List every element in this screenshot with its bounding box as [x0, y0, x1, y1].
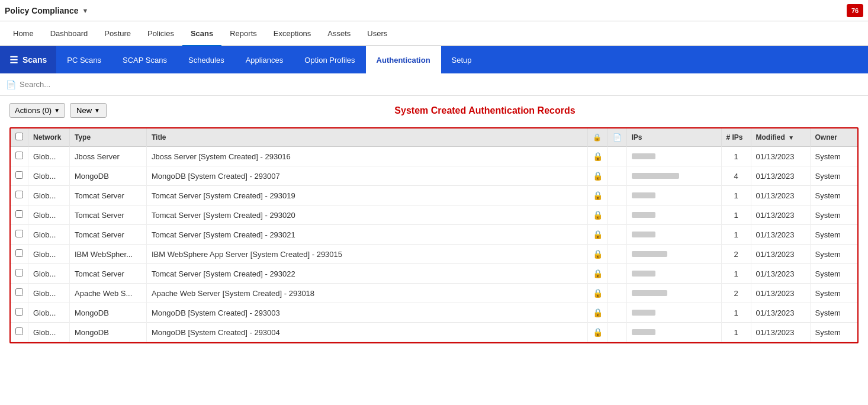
row-checkbox[interactable]: [15, 191, 23, 198]
list-icon: ☰: [9, 54, 18, 66]
row-checkbox-cell[interactable]: [11, 264, 28, 284]
lock-icon: 🔒: [593, 210, 603, 220]
row-checkbox[interactable]: [15, 210, 23, 218]
row-title[interactable]: Tomcat Server [System Created] - 293020: [147, 205, 588, 225]
new-button[interactable]: New ▼: [70, 103, 107, 118]
row-checkbox[interactable]: [15, 171, 23, 179]
nav-item-posture[interactable]: Posture: [96, 21, 139, 46]
search-input[interactable]: [20, 80, 138, 89]
actions-button[interactable]: Actions (0) ▼: [9, 103, 65, 118]
nav-item-assets[interactable]: Assets: [319, 21, 359, 46]
row-doc: [607, 186, 626, 205]
row-checkbox-cell[interactable]: [11, 245, 28, 264]
nav-item-scans[interactable]: Scans: [182, 21, 221, 46]
row-num-ips: 1: [721, 303, 751, 323]
row-checkbox-cell[interactable]: [11, 186, 28, 205]
row-checkbox-cell[interactable]: [11, 284, 28, 303]
col-header-modified[interactable]: Modified ▼: [751, 128, 810, 147]
table-row: Glob...Tomcat ServerTomcat Server [Syste…: [11, 264, 857, 284]
table-row: Glob...Apache Web S...Apache Web Server …: [11, 284, 857, 303]
row-network: Glob...: [28, 186, 70, 205]
row-title[interactable]: Tomcat Server [System Created] - 293019: [147, 186, 588, 205]
lock-icon: 🔒: [593, 152, 603, 161]
nav-item-exceptions[interactable]: Exceptions: [265, 21, 320, 46]
new-chevron-icon: ▼: [94, 107, 100, 114]
row-doc: [607, 225, 626, 245]
row-modified: 01/13/2023: [751, 284, 810, 303]
tab-authentication[interactable]: Authentication: [366, 46, 441, 73]
tab-scap-scans[interactable]: SCAP Scans: [112, 46, 178, 73]
col-header-network[interactable]: Network: [28, 128, 70, 147]
col-header-ips[interactable]: IPs: [626, 128, 721, 147]
search-doc-icon: 📄: [6, 80, 16, 89]
row-checkbox-cell[interactable]: [11, 166, 28, 186]
col-header-num-ips[interactable]: # IPs: [721, 128, 751, 147]
row-title[interactable]: Jboss Server [System Created] - 293016: [147, 147, 588, 166]
tab-setup[interactable]: Setup: [441, 46, 483, 73]
row-num-ips: 2: [721, 245, 751, 264]
row-doc: [607, 264, 626, 284]
row-type: Jboss Server: [70, 147, 147, 166]
col-header-check[interactable]: [11, 128, 28, 147]
row-lock: 🔒: [587, 166, 607, 186]
tab-schedules[interactable]: Schedules: [178, 46, 235, 73]
row-lock: 🔒: [587, 205, 607, 225]
row-ips: [626, 166, 721, 186]
col-header-title[interactable]: Title: [147, 128, 588, 147]
tabs-bar-title-label: Scans: [22, 55, 47, 65]
row-title[interactable]: Tomcat Server [System Created] - 293021: [147, 225, 588, 245]
row-checkbox[interactable]: [15, 327, 23, 335]
row-type: MongoDB: [70, 303, 147, 323]
row-checkbox[interactable]: [15, 249, 23, 257]
ip-bar-segment: [632, 232, 655, 237]
nav-item-users[interactable]: Users: [359, 21, 396, 46]
new-label: New: [76, 106, 92, 115]
actions-chevron-icon: ▼: [54, 107, 60, 114]
col-header-type[interactable]: Type: [70, 128, 147, 147]
row-checkbox-cell[interactable]: [11, 205, 28, 225]
row-title[interactable]: MongoDB [System Created] - 293003: [147, 303, 588, 323]
col-header-doc[interactable]: 📄: [607, 128, 626, 147]
col-header-lock[interactable]: 🔒: [587, 128, 607, 147]
row-title[interactable]: MongoDB [System Created] - 293007: [147, 166, 588, 186]
row-title[interactable]: Tomcat Server [System Created] - 293022: [147, 264, 588, 284]
col-header-owner[interactable]: Owner: [810, 128, 857, 147]
ip-bar-segment: [632, 290, 667, 296]
row-checkbox[interactable]: [15, 288, 23, 296]
ip-bar-segment: [632, 310, 655, 316]
nav-item-reports[interactable]: Reports: [221, 21, 265, 46]
lock-icon: 🔒: [593, 327, 603, 337]
tab-pc-scans[interactable]: PC Scans: [56, 46, 112, 73]
tab-appliances[interactable]: Appliances: [235, 46, 294, 73]
app-title-chevron-icon[interactable]: ▼: [82, 7, 88, 14]
select-all-checkbox[interactable]: [15, 133, 23, 140]
ip-bar-segment: [632, 212, 655, 218]
row-ips: [626, 323, 721, 342]
row-title[interactable]: MongoDB [System Created] - 293004: [147, 323, 588, 342]
row-lock: 🔒: [587, 186, 607, 205]
row-title[interactable]: IBM WebSphere App Server [System Created…: [147, 245, 588, 264]
nav-item-dashboard[interactable]: Dashboard: [42, 21, 97, 46]
row-checkbox-cell[interactable]: [11, 303, 28, 323]
ip-bar-segment: [632, 173, 679, 179]
row-checkbox[interactable]: [15, 230, 23, 237]
nav-item-policies[interactable]: Policies: [139, 21, 182, 46]
row-network: Glob...: [28, 284, 70, 303]
row-checkbox[interactable]: [15, 152, 23, 159]
row-num-ips: 1: [721, 323, 751, 342]
row-checkbox[interactable]: [15, 308, 23, 316]
row-doc: [607, 166, 626, 186]
data-table-wrapper: Network Type Title 🔒 📄 IPs # IPs Modifie…: [9, 127, 859, 343]
row-checkbox-cell[interactable]: [11, 225, 28, 245]
nav-item-home[interactable]: Home: [5, 21, 42, 46]
row-lock: 🔒: [587, 245, 607, 264]
row-modified: 01/13/2023: [751, 166, 810, 186]
table-row: Glob...MongoDBMongoDB [System Created] -…: [11, 166, 857, 186]
row-checkbox[interactable]: [15, 269, 23, 277]
row-owner: System: [810, 303, 857, 323]
row-checkbox-cell[interactable]: [11, 323, 28, 342]
tab-option-profiles[interactable]: Option Profiles: [294, 46, 365, 73]
notification-badge[interactable]: 76: [847, 4, 863, 17]
row-checkbox-cell[interactable]: [11, 147, 28, 166]
row-title[interactable]: Apache Web Server [System Created] - 293…: [147, 284, 588, 303]
